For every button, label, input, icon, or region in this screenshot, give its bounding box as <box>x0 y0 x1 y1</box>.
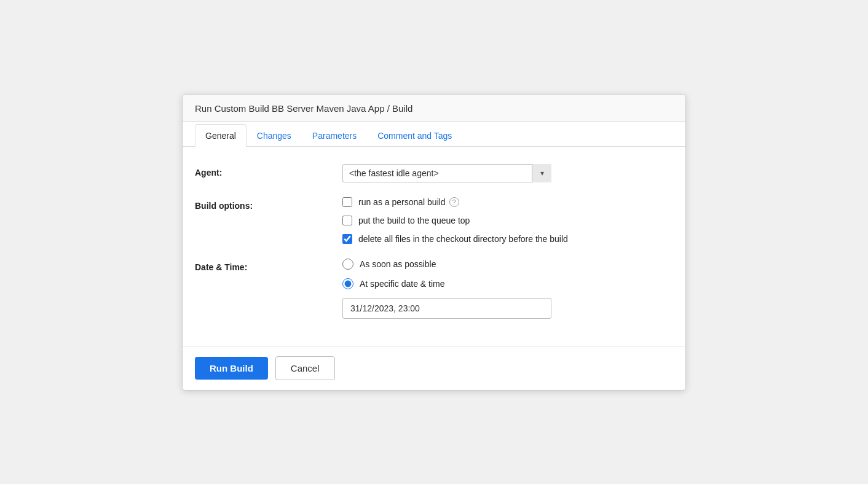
tab-parameters[interactable]: Parameters <box>302 124 367 147</box>
build-options-controls: run as a personal build ? put the build … <box>342 197 673 244</box>
checkbox-personal-build-label[interactable]: run as a personal build <box>358 197 446 207</box>
agent-row: Agent: <the fastest idle agent> ▾ <box>195 164 673 182</box>
radio-asap-label[interactable]: As soon as possible <box>360 259 436 269</box>
checkbox-delete-files-input[interactable] <box>342 234 352 244</box>
dialog-footer: Run Build Cancel <box>183 346 685 390</box>
agent-controls: <the fastest idle agent> ▾ <box>342 164 673 182</box>
tab-bar: General Changes Parameters Comment and T… <box>183 124 685 147</box>
tab-general[interactable]: General <box>195 124 247 147</box>
checkbox-queue-top: put the build to the queue top <box>342 216 673 225</box>
build-options-row: Build options: run as a personal build ?… <box>195 197 673 244</box>
date-time-label: Date & Time: <box>195 259 342 272</box>
tab-changes[interactable]: Changes <box>247 124 302 147</box>
checkbox-personal-build: run as a personal build ? <box>342 197 673 207</box>
agent-label: Agent: <box>195 164 342 178</box>
radio-specific-label[interactable]: At specific date & time <box>360 279 445 289</box>
radio-specific-input[interactable] <box>342 278 353 289</box>
date-time-row: Date & Time: As soon as possible At spec… <box>195 259 673 319</box>
dialog-title: Run Custom Build BB Server Maven Java Ap… <box>183 95 685 122</box>
dialog: Run Custom Build BB Server Maven Java Ap… <box>182 94 686 391</box>
tab-comment-and-tags[interactable]: Comment and Tags <box>367 124 462 147</box>
radio-asap: As soon as possible <box>342 259 673 270</box>
build-options-label: Build options: <box>195 197 342 211</box>
help-personal-build-icon: ? <box>449 197 459 207</box>
cancel-button[interactable]: Cancel <box>275 356 335 380</box>
datetime-input-wrapper <box>342 298 673 319</box>
run-build-button[interactable]: Run Build <box>195 357 268 380</box>
checkbox-delete-files: delete all files in the checkout directo… <box>342 234 673 244</box>
radio-specific: At specific date & time <box>342 278 673 289</box>
checkbox-personal-build-input[interactable] <box>342 197 352 207</box>
agent-select-wrapper: <the fastest idle agent> ▾ <box>342 164 551 182</box>
checkbox-queue-top-input[interactable] <box>342 216 352 225</box>
datetime-text-input[interactable] <box>342 298 551 319</box>
radio-asap-input[interactable] <box>342 259 353 270</box>
checkbox-queue-top-label[interactable]: put the build to the queue top <box>358 216 470 225</box>
agent-select[interactable]: <the fastest idle agent> <box>342 164 551 182</box>
tab-content: Agent: <the fastest idle agent> ▾ Build … <box>183 147 685 346</box>
date-time-controls: As soon as possible At specific date & t… <box>342 259 673 319</box>
checkbox-delete-files-label[interactable]: delete all files in the checkout directo… <box>358 234 568 244</box>
title-text: Run Custom Build BB Server Maven Java Ap… <box>195 103 412 114</box>
